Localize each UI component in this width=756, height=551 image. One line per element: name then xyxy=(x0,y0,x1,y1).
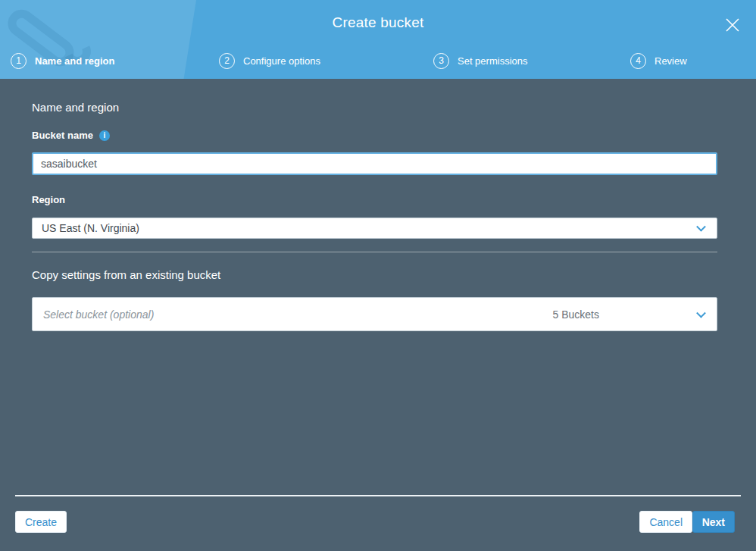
step-number-circle: 1 xyxy=(11,53,27,69)
step-label: Set permissions xyxy=(458,55,527,67)
region-select-value: US East (N. Virginia) xyxy=(42,222,139,234)
step-configure-options[interactable]: 2 Configure options xyxy=(219,52,320,70)
step-label: Review xyxy=(654,55,687,67)
modal-header: Create bucket 1 Name and region 2 Config… xyxy=(0,0,756,79)
chevron-down-icon xyxy=(696,308,706,318)
chevron-down-icon xyxy=(696,222,706,232)
info-icon[interactable]: i xyxy=(99,130,110,141)
create-bucket-modal: Create bucket 1 Name and region 2 Config… xyxy=(0,0,756,551)
modal-body: Name and region Bucket name i Region US … xyxy=(0,79,756,551)
region-label: Region xyxy=(32,194,65,205)
close-icon[interactable] xyxy=(721,14,744,36)
next-button[interactable]: Next xyxy=(692,511,735,533)
step-number-circle: 2 xyxy=(219,53,235,69)
section-title-copy-settings: Copy settings from an existing bucket xyxy=(32,268,220,281)
bucket-name-label: Bucket name i xyxy=(32,130,110,141)
step-review[interactable]: 4 Review xyxy=(630,52,687,70)
bucket-name-input[interactable] xyxy=(32,152,717,175)
region-select[interactable]: US East (N. Virginia) xyxy=(32,218,717,239)
copy-settings-placeholder: Select bucket (optional) xyxy=(43,308,154,321)
cancel-button[interactable]: Cancel xyxy=(639,511,692,533)
modal-title: Create bucket xyxy=(0,14,756,31)
step-name-and-region[interactable]: 1 Name and region xyxy=(11,52,114,70)
section-divider xyxy=(32,252,717,252)
step-label: Configure options xyxy=(243,55,320,67)
bucket-name-label-text: Bucket name xyxy=(32,130,93,141)
step-number-circle: 4 xyxy=(630,53,646,69)
step-set-permissions[interactable]: 3 Set permissions xyxy=(433,52,527,70)
footer-divider xyxy=(15,495,741,496)
copy-settings-select[interactable]: Select bucket (optional) 5 Buckets xyxy=(32,297,717,331)
step-label: Name and region xyxy=(35,55,114,67)
bucket-count-badge: 5 Buckets xyxy=(553,308,599,321)
step-number-circle: 3 xyxy=(433,53,449,69)
section-title-name-and-region: Name and region xyxy=(32,101,119,114)
create-button[interactable]: Create xyxy=(15,511,67,533)
